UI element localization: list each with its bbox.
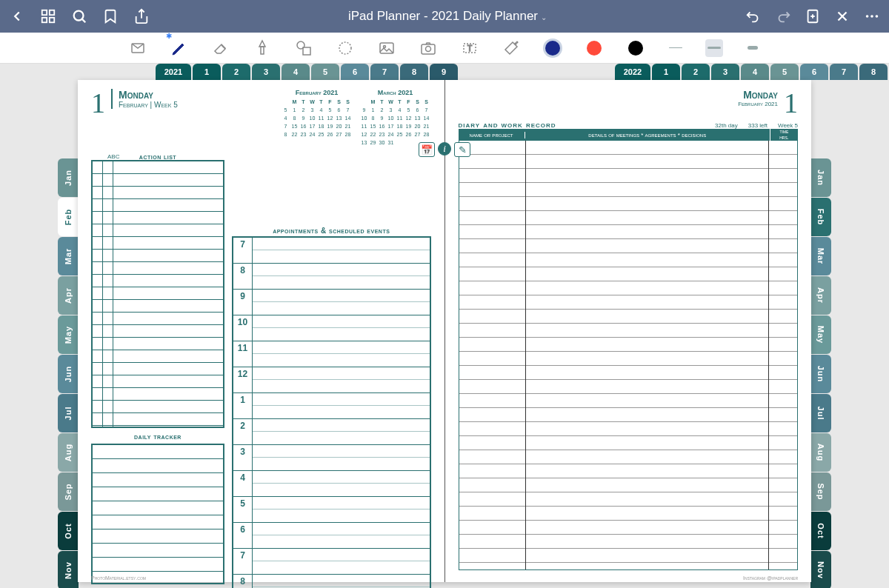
- week-tab-7[interactable]: 7: [370, 64, 399, 80]
- month-tab-sep[interactable]: Sep: [58, 472, 79, 511]
- close-icon[interactable]: [834, 8, 850, 24]
- color-red[interactable]: [584, 38, 605, 59]
- month-tab-jul[interactable]: Jul: [58, 394, 79, 432]
- svg-point-19: [339, 42, 351, 54]
- info-nav-icon[interactable]: i: [438, 142, 451, 156]
- week-tab-7[interactable]: 7: [830, 64, 858, 80]
- month-tab-oct[interactable]: Oct: [810, 512, 831, 550]
- svg-rect-1: [50, 10, 54, 15]
- action-list-box[interactable]: [91, 160, 224, 428]
- svg-point-13: [870, 15, 873, 18]
- camera-tool[interactable]: [418, 38, 439, 59]
- redo-icon[interactable]: [775, 8, 791, 24]
- week-tab-4[interactable]: 4: [741, 64, 769, 80]
- svg-line-5: [82, 19, 86, 23]
- diary-title: diary and work record: [459, 120, 556, 129]
- month-tab-aug[interactable]: Aug: [58, 433, 79, 472]
- center-nav-icons: 📅 i ✎: [419, 142, 470, 157]
- week-tab-6[interactable]: 6: [341, 64, 369, 80]
- month-tab-apr[interactable]: Apr: [58, 276, 79, 315]
- week-tab-5[interactable]: 5: [770, 64, 799, 80]
- svg-text:T: T: [467, 44, 472, 53]
- month-tab-sep[interactable]: Sep: [810, 472, 831, 511]
- month-tab-jan[interactable]: Jan: [810, 158, 831, 197]
- grid-icon[interactable]: [40, 8, 56, 24]
- right-page[interactable]: Monday February 2021 1 diary and work re…: [445, 80, 812, 582]
- year-tab[interactable]: 2021: [156, 64, 191, 80]
- bookmark-icon[interactable]: [102, 8, 119, 24]
- edit-nav-icon[interactable]: ✎: [454, 142, 470, 157]
- year-tab[interactable]: 2022: [615, 64, 650, 80]
- undo-icon[interactable]: [745, 8, 762, 24]
- week-tab-2[interactable]: 2: [682, 64, 710, 80]
- month-tab-aug[interactable]: Aug: [810, 433, 831, 472]
- thickness-med[interactable]: [705, 39, 723, 57]
- svg-point-23: [426, 46, 431, 51]
- svg-rect-18: [303, 47, 310, 55]
- more-icon[interactable]: [864, 8, 880, 24]
- thickness-thin[interactable]: [667, 39, 685, 57]
- right-day-number: 1: [784, 89, 798, 117]
- week-tab-8[interactable]: 8: [400, 64, 428, 80]
- share-icon[interactable]: [133, 8, 150, 24]
- image-tool[interactable]: [376, 38, 397, 59]
- week-tab-1[interactable]: 1: [652, 64, 680, 80]
- month-tabs-right: JanFebMarAprMayJunJulAugSepOctNovDec: [810, 158, 831, 588]
- month-tab-feb[interactable]: Feb: [58, 198, 79, 236]
- add-page-icon[interactable]: [805, 8, 821, 24]
- week-tab-3[interactable]: 3: [711, 64, 739, 80]
- week-tab-5[interactable]: 5: [311, 64, 339, 80]
- month-tab-jun[interactable]: Jun: [58, 355, 79, 393]
- text-tool[interactable]: T: [459, 38, 480, 59]
- calendar-nav-icon[interactable]: 📅: [419, 142, 435, 157]
- search-icon[interactable]: [71, 8, 87, 24]
- month-tab-nov[interactable]: Nov: [58, 551, 79, 588]
- month-tab-may[interactable]: May: [58, 315, 79, 354]
- footer-right: Instagram @ipadplanner: [743, 575, 798, 581]
- week-tab-8[interactable]: 8: [859, 64, 888, 80]
- shapes-tool[interactable]: [293, 38, 314, 59]
- document-title[interactable]: iPad Planner - 2021 Daily Planner⌄: [150, 9, 745, 24]
- tracker-title: daily tracker: [91, 432, 224, 441]
- svg-rect-3: [50, 18, 54, 22]
- svg-rect-0: [42, 10, 47, 15]
- left-page[interactable]: 1 Monday February | Week 5 February 2021…: [78, 80, 445, 582]
- readonly-tool[interactable]: [127, 38, 148, 59]
- back-icon[interactable]: [9, 8, 25, 24]
- svg-rect-2: [42, 18, 47, 22]
- thickness-thick[interactable]: [744, 39, 762, 57]
- month-tab-jan[interactable]: Jan: [58, 158, 79, 197]
- month-tab-nov[interactable]: Nov: [810, 551, 831, 588]
- week-tab-2[interactable]: 2: [222, 64, 250, 80]
- workspace: JanFebMarAprMayJunJulAugSepOctNovDec Jan…: [0, 64, 889, 588]
- eraser-tool[interactable]: [210, 38, 231, 59]
- appointments-box[interactable]: 789101112123456789: [232, 236, 431, 588]
- daily-tracker-box[interactable]: [91, 444, 224, 584]
- svg-rect-16: [261, 47, 264, 54]
- month-tab-oct[interactable]: Oct: [58, 512, 79, 550]
- right-dow: Monday: [738, 89, 778, 101]
- week-tab-6[interactable]: 6: [800, 64, 828, 80]
- record-body[interactable]: [459, 141, 799, 570]
- week-tab-1[interactable]: 1: [193, 64, 221, 80]
- highlighter-tool[interactable]: [252, 38, 273, 59]
- svg-point-14: [876, 15, 879, 18]
- link-tool[interactable]: [501, 38, 522, 59]
- lasso-tool[interactable]: [335, 38, 356, 59]
- pen-tool[interactable]: ✱: [169, 38, 190, 59]
- week-tab-4[interactable]: 4: [282, 64, 310, 80]
- month-tabs-left: JanFebMarAprMayJunJulAugSepOctNovDec: [58, 158, 79, 588]
- color-black[interactable]: [625, 38, 646, 59]
- month-tab-mar[interactable]: Mar: [58, 237, 79, 275]
- month-tab-apr[interactable]: Apr: [810, 276, 831, 315]
- month-tab-jul[interactable]: Jul: [810, 394, 831, 432]
- footer-left: PhotoMaterial.etsy.com: [91, 575, 146, 581]
- color-blue[interactable]: [542, 38, 563, 59]
- toolbar: ✱ T: [0, 33, 889, 64]
- month-tab-mar[interactable]: Mar: [810, 237, 831, 275]
- month-tab-jun[interactable]: Jun: [810, 355, 831, 393]
- month-tab-feb[interactable]: Feb: [810, 198, 831, 236]
- week-tab-3[interactable]: 3: [252, 64, 280, 80]
- week-tab-9[interactable]: 9: [430, 64, 458, 80]
- month-tab-may[interactable]: May: [810, 315, 831, 354]
